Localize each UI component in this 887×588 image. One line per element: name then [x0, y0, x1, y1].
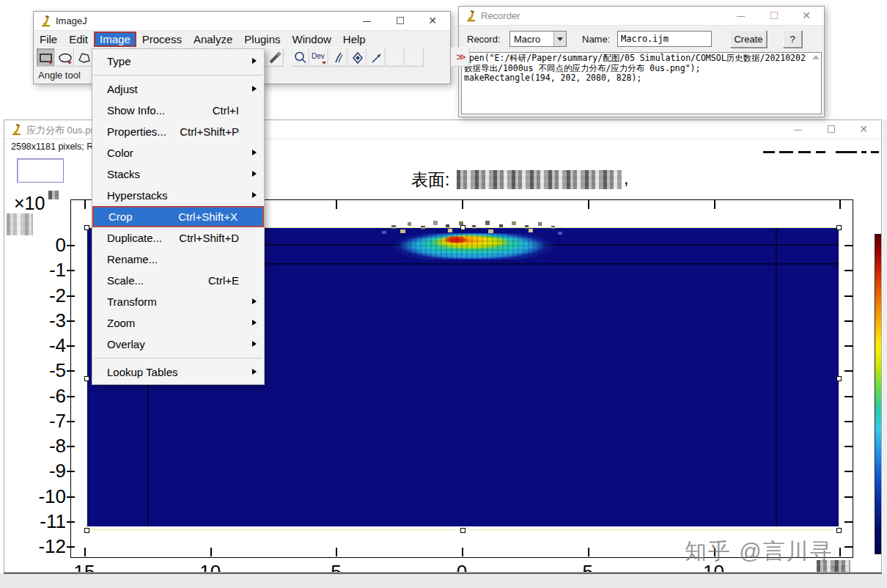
- roi-handle-3[interactable]: [836, 225, 842, 230]
- recorder-title: Recorder: [481, 10, 520, 21]
- menubar-item-window[interactable]: Window: [287, 32, 337, 46]
- image-window-maximize-button[interactable]: [815, 120, 847, 139]
- menubar-item-process[interactable]: Process: [136, 32, 188, 46]
- recorder-maximize-button[interactable]: [758, 7, 790, 25]
- combobox-dropdown-icon[interactable]: [553, 32, 566, 46]
- submenu-arrow-icon: [252, 192, 257, 198]
- menubar-item-help[interactable]: Help: [337, 32, 372, 46]
- roi-handle-6[interactable]: [84, 528, 89, 533]
- x-axis-tick-top: [714, 200, 715, 209]
- arrow-tool-button[interactable]: [367, 48, 386, 67]
- menu-item-type[interactable]: Type: [92, 51, 264, 72]
- x-axis-tick-bottom: [84, 548, 86, 556]
- image-window-close-button[interactable]: ✕: [847, 120, 880, 139]
- y-axis-tick-right: [844, 421, 853, 422]
- y-axis-tick-left: [67, 345, 75, 347]
- image-menu-dropdown: TypeAdjustShow Info...Ctrl+IProperties..…: [92, 48, 265, 385]
- macro-name-input[interactable]: [617, 31, 712, 47]
- x-axis-tick-bottom: [210, 548, 212, 556]
- polygon-tool-button[interactable]: [74, 48, 93, 67]
- menu-item-show-info[interactable]: Show Info...Ctrl+I: [92, 100, 264, 121]
- menu-item-adjust[interactable]: Adjust: [92, 78, 264, 100]
- menubar-item-image[interactable]: Image: [94, 32, 136, 47]
- roi-handle-5[interactable]: [836, 376, 842, 381]
- recorder-titlebar[interactable]: Recorder ✕: [459, 7, 824, 26]
- menu-item-shortcut: Ctrl+Shift+X: [178, 207, 238, 226]
- imagej-titlebar[interactable]: ImageJ ✕: [34, 12, 450, 31]
- menu-item-shortcut: Ctrl+I: [213, 100, 239, 121]
- menu-item-overlay[interactable]: Overlay: [92, 334, 264, 355]
- submenu-arrow-icon: [252, 58, 257, 64]
- menubar-item-edit[interactable]: Edit: [63, 32, 94, 46]
- scrollbar[interactable]: [810, 54, 820, 113]
- roi-handle-1[interactable]: [84, 225, 89, 230]
- censored-plot-title-text: [457, 170, 622, 189]
- menu-item-transform[interactable]: Transform: [92, 291, 264, 312]
- magnifier-tool-button[interactable]: [290, 48, 309, 67]
- x-axis-label: 5: [566, 561, 610, 573]
- record-mode-combobox[interactable]: Macro: [509, 31, 567, 47]
- roi-handle-2[interactable]: [460, 225, 465, 230]
- y-axis-tick-left: [67, 446, 75, 447]
- recorder-close-button[interactable]: ✕: [790, 7, 822, 25]
- overflow-more-button[interactable]: ≫: [451, 48, 470, 67]
- create-button[interactable]: Create: [730, 30, 767, 48]
- menu-item-color[interactable]: Color: [92, 142, 264, 163]
- x-axis-label: 0: [440, 561, 484, 573]
- status-bar-text: Angle tool: [38, 70, 81, 81]
- imagej-maximize-button[interactable]: [384, 12, 416, 30]
- recorder-minimize-button[interactable]: [724, 7, 757, 25]
- y-axis-tick-right: [844, 521, 853, 523]
- menu-item-rename[interactable]: Rename...: [92, 249, 264, 270]
- menu-item-zoom[interactable]: Zoom: [92, 312, 264, 334]
- y-axis-scale-label: ×10: [14, 193, 45, 214]
- menu-item-label: Adjust: [107, 78, 138, 100]
- menu-item-shortcut: Ctrl+Shift+D: [179, 227, 239, 249]
- imagej-minimize-button[interactable]: [350, 12, 383, 30]
- menu-item-crop[interactable]: CropCtrl+Shift+X: [92, 206, 264, 227]
- help-button[interactable]: ?: [783, 30, 802, 48]
- roi-handle-8[interactable]: [836, 528, 842, 533]
- y-axis-label: -10: [13, 484, 66, 509]
- imagej-microscope-icon: [40, 15, 51, 27]
- rectangle-tool-button[interactable]: [36, 48, 55, 67]
- oval-tool-button[interactable]: [55, 48, 74, 67]
- imagej-close-button[interactable]: ✕: [416, 12, 449, 30]
- menu-item-label: Type: [107, 51, 131, 72]
- y-axis-tick-left: [67, 471, 75, 472]
- imagej-microscope-icon: [465, 10, 476, 22]
- menu-item-label: Rename...: [107, 249, 158, 270]
- brush-tool-button[interactable]: [328, 48, 347, 67]
- roi-handle-4[interactable]: [84, 376, 89, 381]
- y-axis-label: -4: [13, 333, 66, 358]
- blank-slot-button-4[interactable]: [386, 48, 405, 67]
- heat-speckle-12: [538, 222, 542, 226]
- dropper-tool-button[interactable]: [265, 48, 284, 67]
- menubar-item-analyze[interactable]: Analyze: [188, 32, 238, 46]
- menubar-item-plugins[interactable]: Plugins: [238, 32, 286, 46]
- x-axis-label: 15: [62, 561, 106, 573]
- heat-speckle-10: [512, 221, 516, 225]
- censor-dash-7: [871, 151, 879, 153]
- blank-slot-button-5[interactable]: [405, 48, 424, 67]
- menubar-item-file[interactable]: File: [34, 32, 63, 46]
- x-axis-tick-bottom: [462, 548, 463, 556]
- y-axis-tick-left: [67, 270, 75, 271]
- macro-code-area[interactable]: open("E:/科研/Paper/summary/配图/05 Simulati…: [461, 52, 822, 114]
- bucket-tool-button[interactable]: [347, 48, 367, 67]
- censor-dash-2: [779, 151, 793, 153]
- x-axis-tick-top: [336, 200, 337, 209]
- scroll-up-icon[interactable]: [812, 55, 820, 59]
- menu-item-duplicate[interactable]: Duplicate...Ctrl+Shift+D: [92, 227, 264, 249]
- image-window-minimize-button[interactable]: [781, 120, 814, 139]
- menu-item-stacks[interactable]: Stacks: [92, 163, 264, 185]
- menu-item-lookup-tables[interactable]: Lookup Tables: [92, 361, 264, 383]
- menu-item-properties[interactable]: Properties...Ctrl+Shift+P: [92, 121, 264, 142]
- dev-tool-button[interactable]: Dev: [309, 48, 328, 67]
- menu-item-hyperstacks[interactable]: Hyperstacks: [92, 185, 264, 206]
- roi-handle-7[interactable]: [460, 528, 465, 533]
- menu-separator: [94, 75, 262, 76]
- y-axis-tick-right: [844, 496, 853, 498]
- overflow-more-icon: ≫: [452, 48, 469, 66]
- menu-item-scale[interactable]: Scale...Ctrl+E: [92, 270, 264, 291]
